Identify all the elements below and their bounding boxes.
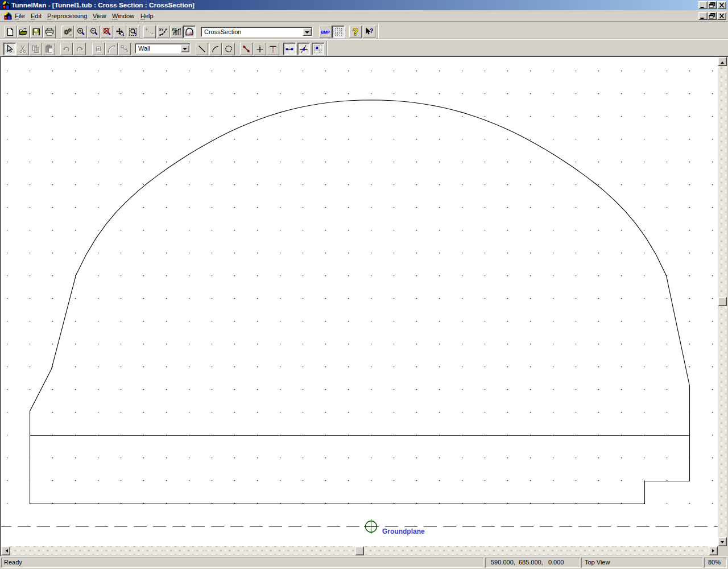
svg-text:Groundplane: Groundplane — [382, 527, 425, 535]
svg-text:?: ? — [353, 27, 358, 36]
svg-text:BMP: BMP — [321, 30, 330, 35]
svg-text:XY: XY — [159, 28, 164, 31]
svg-text:RZ: RZ — [172, 28, 177, 31]
svg-text:?: ? — [370, 27, 374, 34]
